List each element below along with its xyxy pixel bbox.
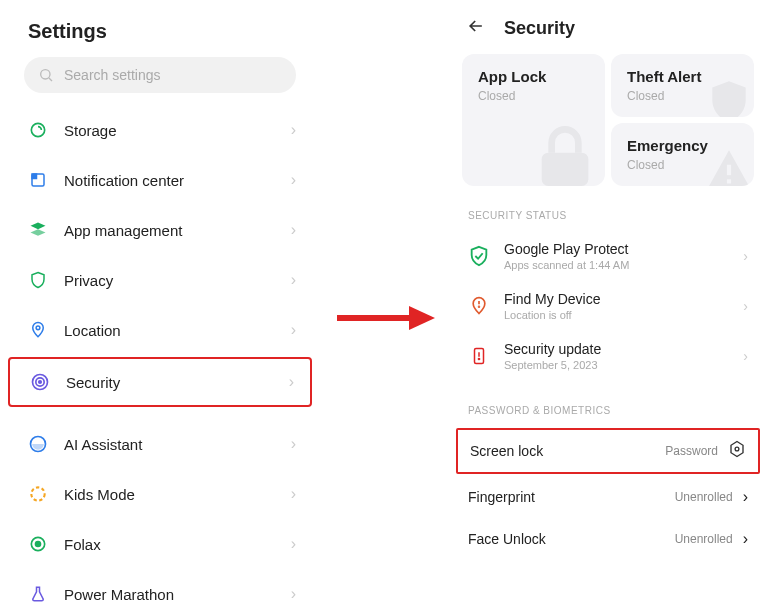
location-icon [28, 320, 48, 340]
assistant-icon [28, 434, 48, 454]
notification-icon [28, 170, 48, 190]
svg-point-0 [41, 70, 50, 79]
sidebar-item-label: Storage [64, 122, 275, 139]
section-label-password-biometrics: PASSWORD & BIOMETRICS [448, 381, 768, 426]
chevron-right-icon: › [291, 535, 296, 553]
sidebar-item-security[interactable]: Security › [8, 357, 312, 407]
sidebar-item-app-management[interactable]: App management › [0, 205, 320, 255]
chevron-right-icon: › [291, 271, 296, 289]
chevron-right-icon: › [291, 435, 296, 453]
svg-point-22 [478, 358, 479, 359]
chevron-right-icon: › [291, 585, 296, 603]
chevron-right-icon: › [743, 348, 748, 364]
chevron-right-icon: › [289, 373, 294, 391]
page-title: Settings [0, 12, 320, 57]
item-label: Face Unlock [468, 531, 665, 547]
shield-icon [704, 77, 754, 117]
svg-marker-23 [731, 442, 743, 457]
shield-check-icon [468, 245, 490, 267]
svg-point-19 [479, 306, 480, 307]
item-title: Google Play Protect [504, 241, 729, 257]
kids-icon [28, 484, 48, 504]
search-icon [38, 67, 54, 83]
sidebar-item-storage[interactable]: Storage › [0, 105, 320, 155]
chevron-right-icon: › [291, 485, 296, 503]
svg-rect-15 [542, 153, 589, 186]
flask-icon [28, 584, 48, 604]
chevron-right-icon: › [743, 488, 748, 506]
item-subtitle: Apps scanned at 1:44 AM [504, 259, 729, 271]
lock-icon [525, 116, 605, 186]
sidebar-item-label: Kids Mode [64, 486, 275, 503]
svg-rect-16 [727, 165, 731, 175]
item-title: Find My Device [504, 291, 729, 307]
sidebar-item-label: Notification center [64, 172, 275, 189]
item-status: Password [665, 444, 718, 458]
item-security-update[interactable]: Security update September 5, 2023 › [448, 331, 768, 381]
svg-point-8 [39, 381, 42, 384]
sidebar-item-notification-center[interactable]: Notification center › [0, 155, 320, 205]
item-label: Screen lock [470, 443, 655, 459]
item-status: Unenrolled [675, 490, 733, 504]
card-status: Closed [478, 89, 589, 103]
item-subtitle: September 5, 2023 [504, 359, 729, 371]
sidebar-item-kids-mode[interactable]: Kids Mode › [0, 469, 320, 519]
phone-alert-icon [468, 345, 490, 367]
storage-icon [28, 120, 48, 140]
sidebar-item-location[interactable]: Location › [0, 305, 320, 355]
sidebar-item-label: Power Marathon [64, 586, 275, 603]
chevron-right-icon: › [291, 121, 296, 139]
page-title: Security [504, 18, 575, 39]
item-face-unlock[interactable]: Face Unlock Unenrolled › [448, 518, 768, 560]
settings-panel: Settings Search settings Storage › Notif… [0, 0, 320, 616]
location-alert-icon [468, 295, 490, 317]
item-label: Fingerprint [468, 489, 665, 505]
svg-point-5 [36, 326, 40, 330]
item-google-play-protect[interactable]: Google Play Protect Apps scanned at 1:44… [448, 231, 768, 281]
sidebar-item-label: Location [64, 322, 275, 339]
item-subtitle: Location is off [504, 309, 729, 321]
card-app-lock[interactable]: App Lock Closed [462, 54, 605, 186]
back-button[interactable] [466, 16, 486, 40]
arrow-annotation [335, 298, 435, 338]
chevron-right-icon: › [743, 298, 748, 314]
security-header: Security [448, 10, 768, 54]
sidebar-item-power-marathon[interactable]: Power Marathon › [0, 569, 320, 616]
fingerprint-icon [30, 372, 50, 392]
svg-point-12 [36, 542, 41, 547]
svg-rect-17 [727, 179, 731, 183]
sidebar-item-label: Security [66, 374, 273, 391]
section-label-security-status: SECURITY STATUS [448, 186, 768, 231]
sidebar-item-label: App management [64, 222, 275, 239]
svg-point-24 [735, 447, 739, 451]
item-status: Unenrolled [675, 532, 733, 546]
svg-marker-14 [409, 306, 435, 330]
sidebar-item-folax[interactable]: Folax › [0, 519, 320, 569]
security-panel: Security App Lock Closed Theft Alert Clo… [448, 0, 768, 616]
svg-line-1 [49, 78, 52, 81]
svg-point-2 [31, 123, 44, 136]
security-cards: App Lock Closed Theft Alert Closed Emerg… [448, 54, 768, 186]
card-title: App Lock [478, 68, 589, 85]
sidebar-item-privacy[interactable]: Privacy › [0, 255, 320, 305]
search-placeholder: Search settings [64, 67, 161, 83]
chevron-right-icon: › [291, 221, 296, 239]
item-find-my-device[interactable]: Find My Device Location is off › [448, 281, 768, 331]
sidebar-item-label: AI Assistant [64, 436, 275, 453]
alert-icon [704, 146, 754, 186]
folax-icon [28, 534, 48, 554]
item-fingerprint[interactable]: Fingerprint Unenrolled › [448, 476, 768, 518]
chevron-right-icon: › [291, 321, 296, 339]
layers-icon [28, 220, 48, 240]
gear-icon[interactable] [728, 440, 746, 462]
card-theft-alert[interactable]: Theft Alert Closed [611, 54, 754, 117]
sidebar-item-label: Folax [64, 536, 275, 553]
sidebar-item-label: Privacy [64, 272, 275, 289]
sidebar-item-ai-assistant[interactable]: AI Assistant › [0, 419, 320, 469]
search-input[interactable]: Search settings [24, 57, 296, 93]
chevron-right-icon: › [291, 171, 296, 189]
svg-point-10 [31, 487, 44, 500]
item-screen-lock[interactable]: Screen lock Password [456, 428, 760, 474]
chevron-right-icon: › [743, 530, 748, 548]
card-emergency[interactable]: Emergency Closed [611, 123, 754, 186]
